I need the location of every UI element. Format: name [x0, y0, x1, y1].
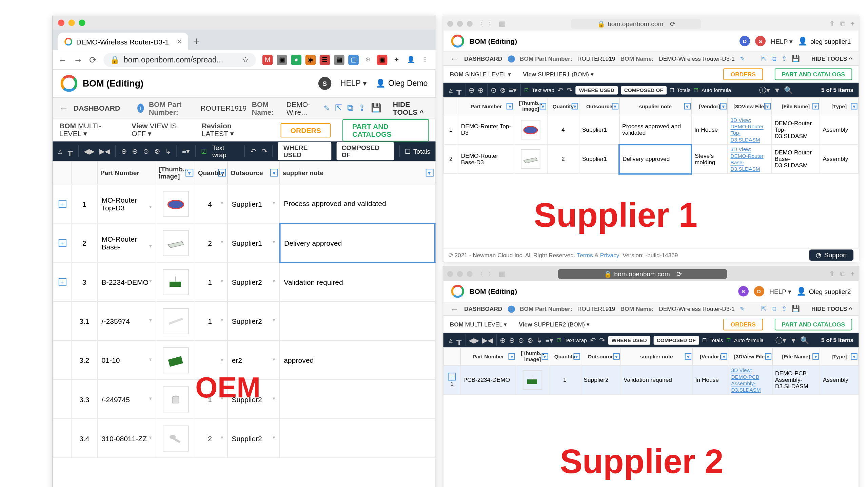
ext-icon-7[interactable]: ▣ — [377, 54, 388, 65]
url-input[interactable]: 🔒bom.openbom.com⟳ — [558, 269, 727, 279]
reload-icon[interactable]: ⟳ — [89, 54, 97, 65]
table-row[interactable]: + 1 PCB-2234-DEMO 1 Supplier2 Validation… — [443, 365, 858, 394]
redo-icon[interactable]: ↷ — [261, 147, 267, 155]
dashboard-link[interactable]: DASHBOARD — [74, 104, 120, 112]
undo-icon[interactable]: ↶ — [590, 336, 596, 344]
share-icon[interactable]: ⇪ — [358, 103, 366, 113]
sidebar-icon[interactable]: ▥ — [499, 269, 505, 278]
text-wrap-check[interactable]: ☑ — [557, 337, 561, 343]
3d-view-link[interactable]: 3D View: DEMO-Router Base-D3.SLDASM — [730, 147, 763, 172]
hide-tools-toggle[interactable]: HIDE TOOLS ^ — [393, 100, 429, 116]
maximize-dot[interactable] — [467, 271, 473, 277]
tool-icon[interactable]: ⊙ — [518, 336, 524, 344]
share-icon[interactable]: ⇧ — [829, 269, 835, 278]
forward-icon[interactable]: 〉 — [488, 269, 495, 279]
cell-qty[interactable]: 1▾ — [195, 301, 228, 340]
ext-icon-5[interactable]: ▦ — [334, 54, 344, 65]
pencil-icon[interactable]: ✎ — [740, 305, 745, 312]
tree-icon[interactable]: ⍋ — [449, 86, 453, 94]
ext-icon-4[interactable]: ☰ — [320, 54, 330, 65]
bom-level-dropdown[interactable]: MULTI-LEVEL ▾ — [465, 321, 507, 327]
support-button[interactable]: ◔Support — [809, 249, 854, 261]
close-tab-icon[interactable]: × — [177, 37, 182, 46]
expand-icon[interactable]: ▶◀ — [99, 147, 110, 155]
cell-part[interactable]: /-249745▾ — [97, 379, 156, 418]
col-part[interactable]: Part Number — [97, 161, 156, 184]
tool-icon[interactable]: ⊖ — [509, 336, 515, 344]
cell-note[interactable]: Process approved and validated — [280, 184, 435, 223]
circle-left-icon[interactable]: ⊙ — [143, 147, 149, 155]
col-note[interactable]: supplier note▼ — [280, 161, 435, 184]
filter-icon[interactable]: ▼ — [426, 169, 433, 176]
cell-note[interactable]: Delivery approved — [280, 223, 435, 262]
return-icon[interactable]: ↳ — [536, 336, 542, 344]
tool-icon[interactable]: ⊙ — [491, 86, 496, 94]
new-tab-icon[interactable]: + — [851, 19, 855, 28]
tool-icon[interactable]: ⊕ — [500, 336, 506, 344]
redo-icon[interactable]: ↷ — [599, 336, 605, 344]
url-input[interactable]: 🔒 bom.openbom.com/spread... ☆ — [103, 53, 256, 67]
hide-tools-toggle[interactable]: HIDE TOOLS ^ — [811, 55, 852, 62]
orders-button[interactable]: ORDERS — [281, 123, 331, 137]
share-icon[interactable]: ⇧ — [829, 19, 835, 28]
text-wrap-check[interactable]: ☑ — [201, 148, 207, 155]
filter-icon[interactable]: ▼ — [270, 169, 278, 176]
table-row[interactable]: 3.4 310-08011-ZZ▾ 2▾ Supplier2▾ — [53, 419, 435, 458]
user-menu[interactable]: 👤oleg supplier1 — [798, 37, 851, 46]
help-menu[interactable]: HELP ▾ — [769, 288, 791, 295]
pencil-icon[interactable]: ✎ — [740, 55, 745, 62]
ext-icon-1[interactable]: ▣ — [277, 54, 287, 65]
minimize-dot[interactable] — [457, 20, 463, 26]
filter-icon[interactable]: ▼ — [185, 169, 193, 176]
back-arrow-icon[interactable]: ← — [450, 53, 459, 64]
expand-icon[interactable]: + — [58, 278, 66, 286]
tool-icon[interactable]: ◀▶ — [469, 336, 479, 344]
dashboard-link[interactable]: DASHBOARD — [464, 55, 502, 62]
revision-dropdown[interactable]: LATEST ▾ — [202, 130, 234, 137]
filter-icon[interactable]: ▼ — [218, 169, 226, 176]
browser-tab[interactable]: DEMO-Wireless Router-D3-1 × — [58, 33, 188, 50]
action-icon[interactable]: ⧉ — [772, 55, 776, 62]
reload-icon[interactable]: ⟳ — [670, 20, 675, 27]
back-icon[interactable]: ← — [58, 54, 67, 65]
back-arrow-icon[interactable]: ← — [450, 304, 459, 314]
align-icon[interactable]: ≡▾ — [182, 147, 190, 155]
circle-down-icon[interactable]: ⊖ — [132, 147, 138, 155]
avatar-s[interactable]: S — [738, 286, 749, 297]
maximize-dot[interactable] — [79, 20, 85, 26]
tree-icon[interactable]: ⍋ — [449, 336, 453, 344]
puzzle-icon[interactable]: ✦ — [391, 54, 402, 65]
cell-note[interactable] — [280, 419, 435, 458]
cell-qty[interactable]: 2▾ — [195, 419, 228, 458]
composed-of-button[interactable]: COMPOSED OF — [336, 142, 394, 161]
minimize-dot[interactable] — [457, 271, 463, 277]
where-used-button[interactable]: WHERE USED — [576, 86, 617, 94]
close-dot[interactable] — [447, 20, 453, 26]
search-icon[interactable]: 🔍 — [800, 336, 809, 344]
back-icon[interactable]: 〈 — [476, 19, 484, 29]
table-row[interactable]: + 3 B-2234-DEMO▾ 1▾ Supplier2▾ Validatio… — [53, 262, 435, 301]
catalogs-button[interactable]: PART AND CATALOGS — [774, 318, 852, 330]
3d-view-link[interactable]: 3D View: DEMO-Router Top-D3.SLDASM — [730, 117, 763, 143]
cell-qty[interactable]: 4▾ — [195, 184, 228, 223]
cell-outsource[interactable]: Supplier2▾ — [228, 301, 280, 340]
table-row[interactable]: 2 DEMO-Router Base-D3 2 Supplier1 Delive… — [443, 144, 858, 173]
3d-view-link[interactable]: 3D View: DEMO-PCB Assembly-D3.SLDASM — [731, 368, 761, 393]
new-tab-button[interactable]: + — [188, 33, 205, 50]
info-icon[interactable]: i — [508, 55, 515, 62]
action-icon[interactable]: ⧉ — [772, 305, 776, 313]
cell-outsource[interactable]: Supplier1▾ — [228, 184, 280, 223]
forward-icon[interactable]: → — [74, 54, 83, 65]
tool-icon[interactable]: ⊗ — [500, 86, 506, 94]
user-menu[interactable]: 👤Oleg supplier2 — [796, 287, 851, 296]
gmail-icon[interactable]: M — [262, 54, 273, 65]
align-icon[interactable]: ≡▾ — [546, 336, 554, 344]
tool-icon-1[interactable]: ╥ — [68, 147, 73, 155]
menu-icon[interactable]: ⋮ — [420, 54, 430, 65]
save-icon[interactable]: 💾 — [792, 305, 800, 313]
cell-note[interactable]: Validation required — [280, 262, 435, 301]
expand-icon[interactable]: + — [448, 373, 456, 380]
cell-part[interactable]: B-2234-DEMO▾ — [97, 262, 156, 301]
undo-icon[interactable]: ↶ — [557, 86, 563, 94]
collapse-icon[interactable]: ◀▶ — [84, 147, 94, 155]
